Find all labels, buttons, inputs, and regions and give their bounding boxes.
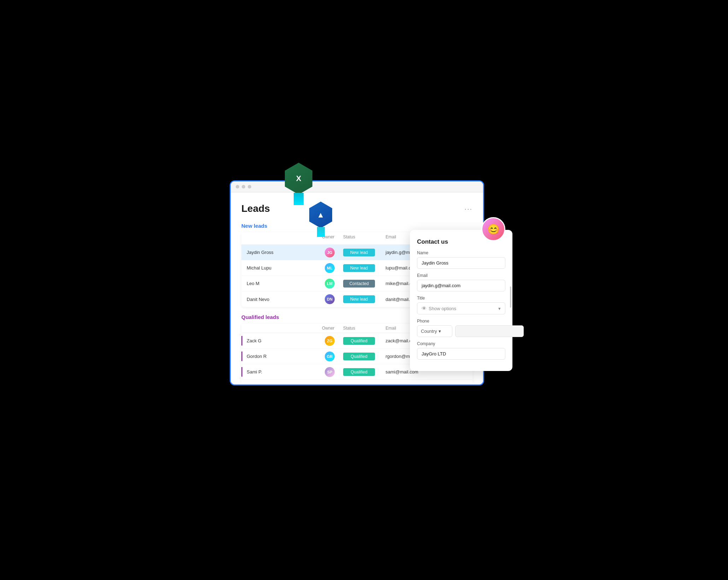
dot-1: [236, 185, 239, 188]
cell-name: Zack G: [241, 336, 319, 346]
country-label: Country: [421, 329, 437, 334]
excel-icon: X: [296, 174, 301, 183]
status-badge: New lead: [343, 264, 375, 272]
chevron-down-icon: ▾: [498, 306, 501, 311]
status-badge: Qualified: [343, 368, 375, 376]
angular-ribbon: [317, 227, 325, 237]
angular-icon: ▲: [317, 210, 325, 220]
cell-status: New lead: [340, 293, 383, 305]
status-badge: Qualified: [343, 337, 375, 345]
phone-label: Phone: [417, 319, 505, 324]
cell-status: Qualified: [340, 382, 383, 383]
cell-status: Qualified: [340, 350, 383, 362]
titlebar: [231, 181, 483, 192]
cell-name: Danit Nevo: [241, 295, 319, 304]
cell-owner: GR: [319, 349, 340, 364]
cell-status: New lead: [340, 262, 383, 274]
dot-2: [242, 185, 245, 188]
title-select[interactable]: 👁 Show options ▾: [417, 302, 505, 314]
avatar: GR: [325, 352, 335, 361]
avatar: ML: [325, 263, 335, 273]
table-row[interactable]: Josh Rain JR Qualified joshrain@mail.com: [241, 380, 472, 383]
title-form-group: Title 👁 Show options ▾: [417, 296, 505, 314]
name-label: Name: [417, 250, 505, 255]
email-input[interactable]: [417, 280, 505, 291]
col-status: Status: [340, 234, 383, 242]
cell-status: Qualified: [340, 366, 383, 378]
cell-status: New lead: [340, 246, 383, 259]
cell-owner: ML: [319, 261, 340, 275]
name-form-group: Name: [417, 250, 505, 269]
cell-owner: LM: [319, 277, 340, 291]
cell-status: Contacted: [340, 278, 383, 290]
new-leads-label: New leads: [241, 223, 472, 229]
col-owner: Owner: [319, 326, 340, 331]
status-badge: New lead: [343, 249, 375, 256]
angular-badge: ▲: [307, 202, 334, 228]
dot-3: [248, 185, 251, 188]
company-label: Company: [417, 341, 505, 346]
phone-input[interactable]: [455, 325, 524, 337]
title-label: Title: [417, 296, 505, 301]
cell-owner: SP: [319, 365, 340, 379]
name-input[interactable]: [417, 257, 505, 269]
cell-name: Sami P.: [241, 367, 319, 377]
avatar: SP: [325, 367, 335, 377]
contact-avatar: 😊: [481, 217, 505, 241]
chevron-down-icon: ▾: [439, 329, 441, 334]
cell-owner: ZG: [319, 334, 340, 348]
eye-icon: 👁: [422, 306, 427, 311]
col-name: [241, 234, 319, 242]
excel-badge: X: [283, 163, 315, 195]
cell-owner: DN: [319, 292, 340, 306]
email-form-group: Email: [417, 273, 505, 291]
title-placeholder: Show options: [429, 306, 498, 311]
cell-name: Michal Lupu: [241, 263, 319, 273]
country-select[interactable]: Country ▾: [417, 325, 452, 337]
scroll-bar: [510, 286, 511, 308]
company-form-group: Company: [417, 341, 505, 360]
phone-row: Country ▾: [417, 325, 505, 337]
status-badge: New lead: [343, 295, 375, 303]
cell-name: Gordon R: [241, 352, 319, 361]
avatar: JG: [325, 248, 335, 257]
cell-name: Leo M: [241, 279, 319, 288]
page-title: Leads: [241, 203, 270, 214]
excel-ribbon: [294, 193, 304, 205]
status-badge: Qualified: [343, 353, 375, 360]
avatar: ZG: [325, 336, 335, 346]
email-label: Email: [417, 273, 505, 278]
cell-owner: JR: [319, 381, 340, 383]
page-header: Leads ···: [241, 203, 472, 214]
cell-owner: JG: [319, 245, 340, 260]
company-input[interactable]: [417, 348, 505, 360]
more-options-icon[interactable]: ···: [464, 205, 472, 213]
col-name: [241, 326, 319, 331]
cell-name: Jaydin Gross: [241, 248, 319, 257]
col-status: Status: [340, 326, 383, 331]
avatar: LM: [325, 279, 335, 289]
cell-status: Qualified: [340, 335, 383, 347]
contact-panel: 😊 Contact us Name Email Title 👁 Show opt…: [410, 230, 512, 371]
angular-badge-container: ▲: [307, 202, 334, 228]
phone-form-group: Phone Country ▾: [417, 319, 505, 337]
excel-badge-container: X: [283, 163, 315, 195]
avatar: DN: [325, 294, 335, 304]
status-badge: Contacted: [343, 280, 375, 288]
